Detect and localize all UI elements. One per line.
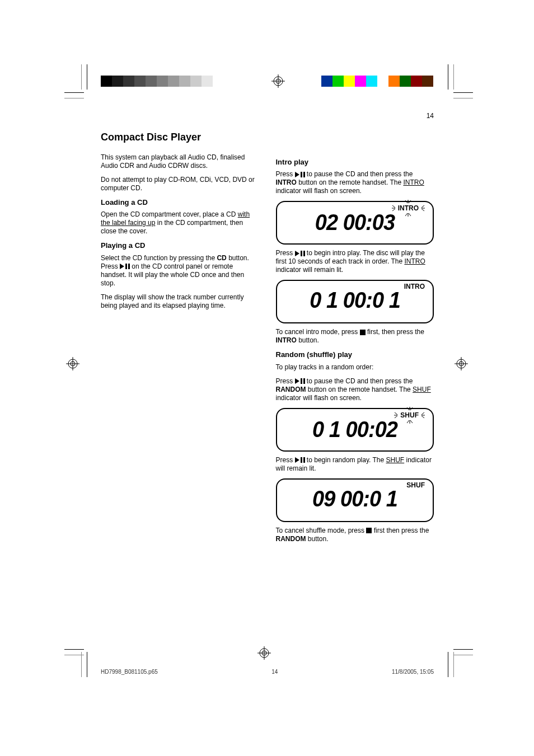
- svg-marker-19: [295, 172, 299, 177]
- lcd-readout-shuf-flash: 0 1 00:02: [312, 419, 397, 439]
- random-step-1: Press to pause the CD and then press the…: [276, 377, 434, 402]
- page-title: Compact Disc Player: [101, 132, 434, 143]
- lcd-shuf-flashing: SHUF 0 1 00:02: [276, 408, 434, 452]
- color-swatch: [377, 76, 388, 87]
- registration-cross-left-icon: [66, 357, 79, 372]
- play-pause-icon: [295, 378, 305, 384]
- color-swatch: [332, 76, 344, 87]
- footer-filename: HD7998_B081105.p65: [101, 669, 158, 675]
- flash-burst-top-icon: [404, 200, 412, 204]
- right-column: Intro play Press to pause the CD and the…: [276, 153, 434, 549]
- lcd-readout-shuf-steady: 09 00:0 1: [312, 489, 397, 509]
- svg-rect-56: [366, 528, 372, 533]
- svg-rect-37: [360, 330, 366, 335]
- svg-marker-38: [295, 378, 299, 384]
- svg-line-29: [405, 213, 407, 216]
- play-pause-icon: [295, 172, 305, 177]
- color-swatch: [388, 76, 400, 87]
- play-step-2: The display will show the track number c…: [101, 293, 259, 310]
- calibration-bar-row: [101, 76, 433, 87]
- gray-swatch: [168, 76, 179, 87]
- intro-para-1: This system can playback all Audio CD, f…: [101, 153, 259, 170]
- svg-line-26: [405, 200, 407, 203]
- svg-line-32: [421, 205, 424, 208]
- lcd-tag-shuf-flash: SHUF: [394, 411, 425, 419]
- svg-rect-40: [303, 378, 305, 384]
- gray-swatch: [179, 76, 190, 87]
- lcd-tag-shuf-steady: SHUF: [406, 482, 425, 489]
- color-swatch: [422, 76, 433, 87]
- svg-rect-35: [301, 251, 302, 256]
- color-swatch: [400, 76, 411, 87]
- flash-burst-right-icon: [419, 204, 425, 212]
- content-area: 14 Compact Disc Player This system can p…: [101, 132, 434, 549]
- play-step-1: Select the CD function by pressing the C…: [101, 254, 259, 288]
- registration-cross-bottom-icon: [257, 646, 271, 661]
- svg-rect-21: [303, 172, 305, 177]
- svg-rect-54: [301, 457, 302, 463]
- svg-rect-55: [303, 457, 305, 463]
- intro-cancel: To cancel intro mode, press first, then …: [276, 328, 434, 345]
- svg-rect-39: [301, 378, 302, 384]
- lcd-intro-flashing: INTRO 02 00:03: [276, 201, 434, 245]
- svg-line-49: [410, 420, 413, 423]
- heading-intro-play: Intro play: [276, 158, 434, 167]
- svg-marker-16: [120, 264, 124, 269]
- print-footer: HD7998_B081105.p65 14 11/8/2005, 15:05: [101, 669, 434, 675]
- flash-burst-top-icon: [406, 407, 414, 411]
- flash-burst-right-icon: [419, 411, 425, 419]
- lcd-tag-intro-steady: INTRO: [404, 283, 425, 290]
- gray-swatch: [224, 76, 235, 87]
- gray-swatch: [213, 76, 224, 87]
- svg-rect-18: [128, 264, 130, 269]
- random-intro-line: To play tracks in a random order:: [276, 363, 434, 372]
- lcd-shuf-steady: SHUF 09 00:0 1: [276, 478, 434, 522]
- lcd-tag-intro-flash: INTRO: [392, 204, 425, 212]
- svg-line-51: [421, 412, 424, 415]
- svg-line-45: [407, 407, 409, 410]
- gray-swatch: [157, 76, 168, 87]
- gray-swatch: [146, 76, 157, 87]
- color-swatches: [321, 76, 433, 87]
- svg-marker-34: [295, 251, 299, 256]
- intro-para-2: Do not attempt to play CD-ROM, CDi, VCD,…: [101, 176, 259, 192]
- lcd-intro-steady: INTRO 0 1 00:0 1: [276, 280, 434, 323]
- flash-burst-bottom-icon: [404, 212, 412, 217]
- heading-loading-cd: Loading a CD: [101, 198, 259, 207]
- random-step-2: Press to begin random play. The SHUF ind…: [276, 456, 434, 473]
- lcd-readout-intro-flash: 02 00:03: [315, 212, 395, 232]
- svg-marker-53: [295, 457, 299, 463]
- two-column-layout: This system can playback all Audio CD, f…: [101, 153, 434, 549]
- color-swatch: [321, 76, 332, 87]
- svg-rect-36: [303, 251, 305, 256]
- left-column: This system can playback all Audio CD, f…: [101, 153, 259, 549]
- page-root: 14 Compact Disc Player This system can p…: [0, 0, 534, 756]
- gray-swatch: [123, 76, 134, 87]
- heading-random-play: Random (shuffle) play: [276, 350, 434, 359]
- color-swatch: [411, 76, 422, 87]
- svg-line-48: [407, 420, 409, 423]
- loading-step-1: Open the CD compartment cover, place a C…: [101, 210, 259, 236]
- svg-line-23: [392, 205, 395, 208]
- registration-cross-right-icon: [455, 357, 468, 372]
- page-number-top: 14: [427, 112, 434, 120]
- gray-swatch: [112, 76, 123, 87]
- random-cancel: To cancel shuffle mode, press first then…: [276, 527, 434, 543]
- svg-line-33: [421, 209, 424, 211]
- intro-play-step-2: Press to begin intro play. The disc will…: [276, 249, 434, 274]
- svg-rect-20: [301, 172, 302, 177]
- heading-playing-cd: Playing a CD: [101, 241, 259, 250]
- svg-line-30: [409, 213, 411, 216]
- play-pause-icon: [295, 251, 305, 256]
- play-pause-icon: [295, 457, 305, 463]
- footer-page-number: 14: [271, 669, 278, 675]
- registration-cross-icon: [271, 74, 285, 88]
- gray-swatch: [190, 76, 202, 87]
- color-swatch: [355, 76, 366, 87]
- grayscale-swatches: [101, 76, 235, 87]
- svg-line-52: [421, 416, 424, 418]
- play-pause-icon: [120, 264, 130, 269]
- gray-swatch: [134, 76, 146, 87]
- intro-play-step-1: Press to pause the CD and then press the…: [276, 170, 434, 195]
- stop-icon: [360, 330, 366, 335]
